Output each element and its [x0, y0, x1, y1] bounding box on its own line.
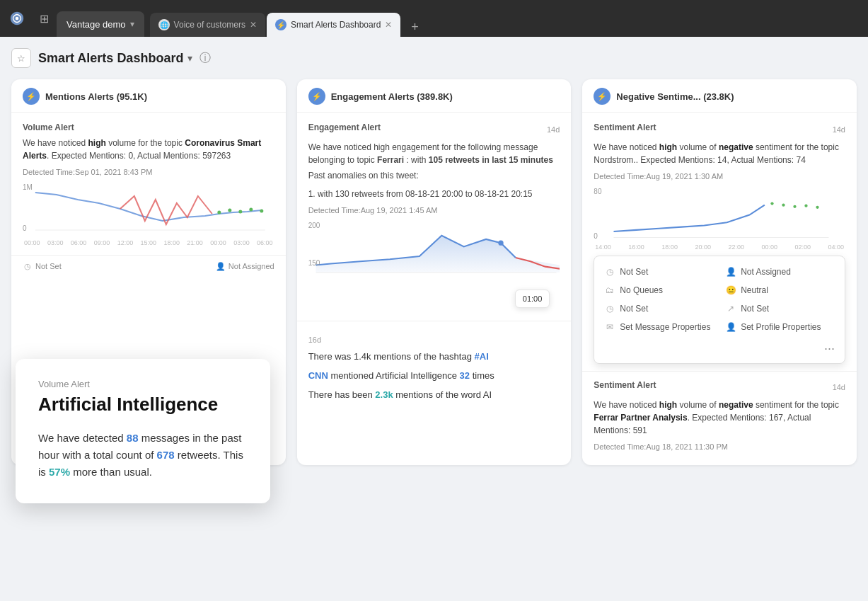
- clock-small-icon-2: ◷: [604, 303, 615, 314]
- dropdown-not-set-1: ◷ Not Set: [604, 263, 714, 280]
- svg-point-1: [217, 211, 221, 214]
- profile-icon: 👤: [725, 321, 736, 333]
- sentiment-y-top: 80: [594, 188, 601, 195]
- past-anomalies-label: Past anomalies on this tweet:: [308, 169, 560, 182]
- mentions-card-title: Mentions Alerts (95.1K): [45, 91, 147, 102]
- more-button[interactable]: ...: [604, 336, 835, 356]
- svg-point-10: [782, 204, 785, 207]
- mentions-y-top: 1M: [23, 183, 33, 191]
- vantage-tab[interactable]: Vantage demo ▾: [57, 11, 144, 37]
- dropdown-set-profile[interactable]: 👤 Set Profile Properties: [725, 319, 835, 336]
- page-title: Smart Alerts Dashboard: [38, 51, 183, 66]
- tab-voice-of-customers[interactable]: 🌐 Voice of customers ✕: [150, 13, 265, 37]
- arrow-icon: ↗: [725, 303, 736, 314]
- anomaly-1: 1. with 130 retweets from 08-18-21 20:00…: [308, 188, 560, 200]
- svg-point-5: [260, 210, 263, 213]
- dropdown-not-set-3: ↗ Not Set: [725, 300, 835, 317]
- engagement-card-header: ⚡ Engagement Alerts (389.8K): [297, 79, 572, 113]
- sentiment-2-date: 14d: [833, 383, 845, 391]
- tooltip-card: Volume Alert Artificial Intelligence We …: [16, 359, 270, 503]
- browser-chrome: ⊞ Vantage demo ▾ 🌐 Voice of customers ✕ …: [0, 0, 868, 37]
- svg-point-0: [16, 17, 19, 21]
- mentions-chart-svg: [23, 182, 274, 239]
- tooltip-count-57: 57%: [49, 466, 70, 478]
- queue-icon: 🗂: [604, 285, 615, 296]
- tooltip-alert-type: Volume Alert: [38, 379, 248, 389]
- svg-point-4: [249, 208, 253, 212]
- engagement-cnn-text: CNN mentioned Artificial Intelligence 32…: [308, 369, 560, 384]
- sentiment-card-header: ⚡ Negative Sentime... (23.8K): [582, 79, 857, 113]
- tooltip-title: Artificial Intelligence: [38, 394, 248, 416]
- svg-point-3: [238, 210, 242, 214]
- sentiment-detected-time: Detected Time:Aug 19, 2021 1:30 AM: [594, 172, 845, 181]
- sentiment-time-labels: 14:00 16:00 18:00 20:00 22:00 00:00 02:0…: [594, 244, 845, 251]
- dropdown-not-assigned: 👤 Not Assigned: [725, 263, 835, 280]
- engagement-alerts-card: ⚡ Engagement Alerts (389.8K) Engagement …: [297, 79, 572, 465]
- mentions-chart: 1M 0: [23, 182, 274, 242]
- tab1-label: Voice of customers: [174, 20, 245, 30]
- sentiment-2-alert-type: Sentiment Alert: [594, 380, 656, 390]
- tooltip-count-678: 678: [157, 449, 175, 461]
- dropdown-no-queues: 🗂 No Queues: [604, 282, 714, 299]
- sentiment-y-bottom: 0: [594, 232, 598, 240]
- engagement-detected-time: Detected Time:Aug 19, 2021 1:45 AM: [308, 206, 560, 214]
- dropdown-not-set-2: ◷ Not Set: [604, 300, 714, 317]
- engagement-second-section: 16d There was 1.4k mentions of the hasht…: [297, 328, 572, 411]
- sentiment-card-body: Sentiment Alert 14d We have noticed high…: [582, 113, 857, 371]
- tab-smart-alerts[interactable]: ⚡ Smart Alerts Dashboard ✕: [267, 13, 400, 37]
- sentiment-alerts-card: ⚡ Negative Sentime... (23.8K) Sentiment …: [582, 79, 857, 465]
- mentions-header-icon: ⚡: [23, 88, 40, 105]
- tab1-close-button[interactable]: ✕: [250, 20, 257, 30]
- svg-point-11: [794, 205, 797, 208]
- message-icon: ✉: [604, 321, 615, 333]
- dropdown-set-message[interactable]: ✉ Set Message Properties: [604, 319, 714, 336]
- svg-point-2: [228, 209, 231, 212]
- engagement-word-text: There has been 2.3k mentions of the word…: [308, 388, 560, 403]
- sentiment-alert-type: Sentiment Alert: [594, 122, 656, 132]
- sentiment-alert-text: We have noticed high volume of negative …: [594, 141, 845, 166]
- tab2-close-button[interactable]: ✕: [385, 20, 392, 30]
- clock-small-icon: ◷: [604, 266, 615, 277]
- engagement-card-body: Engagement Alert 14d We have noticed hig…: [297, 113, 572, 290]
- sentiment-chart-svg: [594, 186, 845, 243]
- mentions-y-bottom: 0: [23, 224, 27, 232]
- info-icon[interactable]: ⓘ: [199, 51, 211, 66]
- user-small-icon: 👤: [725, 266, 736, 277]
- mentions-not-set: Not Set: [35, 262, 62, 270]
- mentions-not-assigned: Not Assigned: [228, 262, 274, 270]
- engagement-date: 14d: [547, 125, 560, 134]
- alert-icon: ⚡: [275, 19, 287, 30]
- mentions-card-footer: ◷ Not Set 👤 Not Assigned: [11, 255, 286, 278]
- engagement-second-date: 16d: [308, 336, 321, 344]
- dropdown-neutral: 😐 Neutral: [725, 282, 835, 299]
- sentiment-header-icon: ⚡: [594, 88, 611, 105]
- star-button[interactable]: ☆: [11, 48, 31, 68]
- add-tab-button[interactable]: +: [405, 17, 424, 37]
- svg-point-12: [805, 205, 808, 207]
- sentiment-2-detected-time: Detected Time:Aug 18, 2021 11:30 PM: [594, 442, 845, 451]
- grid-icon[interactable]: ⊞: [34, 8, 54, 28]
- chevron-down-icon[interactable]: ▾: [187, 52, 192, 64]
- user-icon: 👤: [216, 261, 226, 271]
- tooltip-time: 01:00: [523, 294, 543, 303]
- mentions-footer-left: ◷ Not Set: [23, 261, 62, 271]
- svg-point-7: [498, 240, 503, 245]
- engagement-divider: [297, 321, 572, 321]
- sentiment-dropdown: ◷ Not Set 👤 Not Assigned 🗂 No Queues: [594, 256, 845, 364]
- sentiment-date: 14d: [833, 125, 845, 134]
- svg-point-9: [771, 202, 774, 205]
- svg-point-13: [816, 206, 819, 209]
- engagement-header-icon: ⚡: [308, 88, 325, 105]
- tab-bar: Vantage demo ▾ 🌐 Voice of customers ✕ ⚡ …: [57, 0, 862, 37]
- mentions-alert-type: Volume Alert: [23, 122, 74, 132]
- mentions-card-body: Volume Alert We have noticed high volume…: [11, 113, 286, 255]
- neutral-icon: 😐: [725, 285, 736, 296]
- chart-tooltip: 01:00: [515, 290, 550, 308]
- mentions-time-labels: 00:00 03:00 06:00 09:00 12:00 15:00 18:0…: [23, 239, 274, 246]
- engagement-chart: 200 150: [308, 220, 560, 277]
- mentions-alert-text: We have noticed high volume for the topi…: [23, 137, 274, 162]
- mentions-card-header: ⚡ Mentions Alerts (95.1K): [11, 79, 286, 113]
- tooltip-body: We have detected 88 messages in the past…: [38, 430, 248, 481]
- sentiment-2-alert-text: We have noticed high volume of negative …: [594, 399, 845, 437]
- engagement-card-title: Engagement Alerts (389.8K): [331, 91, 453, 102]
